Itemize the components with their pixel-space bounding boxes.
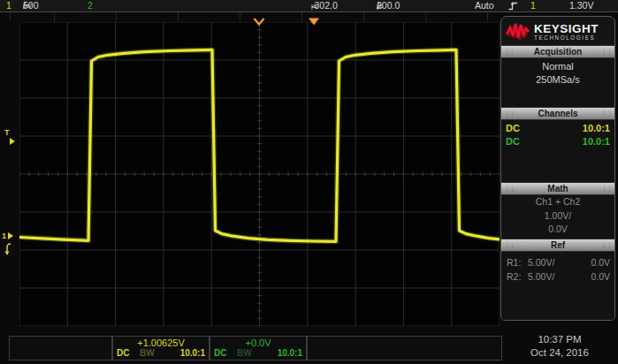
grip-icon: ⋮⋮ bbox=[601, 108, 612, 119]
ref2-label: R2: bbox=[507, 269, 521, 284]
ref2-scale: 5.00V/ bbox=[528, 269, 554, 284]
acquisition-content: Normal 250MSa/s bbox=[501, 58, 614, 107]
trigger-level-indicator[interactable]: 1.30V bbox=[569, 0, 593, 11]
acquisition-mode: Normal bbox=[501, 60, 614, 73]
brand-logo: KEYSIGHT TECHNOLOGIES bbox=[501, 17, 614, 45]
ch1-bw-limit-label: BW bbox=[140, 348, 155, 359]
date-display: Oct 24, 2016 bbox=[504, 346, 615, 360]
top-status-bar: 1 500mV/ 2 -302.0µs 200.0µs/ Auto 1 1.30… bbox=[0, 0, 618, 12]
ref1-row[interactable]: R1: 5.00V/ 0.0V bbox=[501, 255, 614, 269]
grip-icon: ⋮⋮ bbox=[504, 108, 515, 119]
ch2-coupling: DC bbox=[506, 135, 520, 148]
ch1-ground-marker-label[interactable]: 1 bbox=[2, 232, 6, 240]
per-div-slash: / bbox=[23, 0, 26, 11]
ch1-offset-value: +1.00625V bbox=[113, 337, 209, 348]
ch1-coupling: DC bbox=[506, 122, 520, 135]
ch2-probe-ratio: 10.0:1 bbox=[583, 135, 610, 148]
delay-unit: µs bbox=[311, 0, 317, 11]
math-offset: 0.0V bbox=[501, 223, 614, 237]
ch1-probe-label: 10.0:1 bbox=[180, 348, 205, 359]
brand-name: KEYSIGHT bbox=[534, 23, 599, 34]
ref1-offset: 0.0V bbox=[591, 255, 610, 269]
section-title: Ref bbox=[551, 240, 565, 250]
keysight-zigzag-icon bbox=[506, 21, 530, 42]
waveform-graticule bbox=[19, 22, 500, 326]
per-div-slash: / bbox=[377, 0, 379, 11]
section-header-ref[interactable]: ⋮⋮ Ref ⋮⋮ bbox=[501, 239, 614, 252]
grip-icon: ⋮⋮ bbox=[601, 46, 612, 57]
grip-icon: ⋮⋮ bbox=[601, 183, 612, 194]
oscilloscope-screen: 1 500mV/ 2 -302.0µs 200.0µs/ Auto 1 1.30… bbox=[0, 0, 618, 364]
grip-icon: ⋮⋮ bbox=[504, 239, 515, 251]
channels-content: DC 10.0:1 DC 10.0:1 bbox=[501, 120, 614, 182]
bottom-empty-box-left bbox=[9, 336, 112, 360]
trigger-level-marker-arrow-icon[interactable] bbox=[10, 138, 15, 145]
trigger-mode-indicator[interactable]: Auto bbox=[475, 0, 494, 11]
ch2-coupling-label: DC bbox=[214, 348, 226, 359]
channel1-waveform bbox=[19, 22, 500, 326]
grip-icon: ⋮⋮ bbox=[504, 46, 515, 57]
grip-icon: ⋮⋮ bbox=[601, 239, 612, 251]
trigger-position-marker-icon[interactable] bbox=[308, 13, 320, 29]
channel2-row[interactable]: DC 10.0:1 bbox=[501, 135, 614, 148]
ch2-offset-value: +0.0V bbox=[210, 337, 306, 348]
brand-subtitle: TECHNOLOGIES bbox=[534, 34, 599, 41]
math-content: Ch1 + Ch2 1.00V/ 0.0V bbox=[501, 195, 614, 239]
time-reference-marker-icon[interactable] bbox=[253, 13, 265, 29]
ref1-label: R1: bbox=[507, 255, 521, 269]
ch1-probe-ratio: 10.0:1 bbox=[583, 122, 610, 135]
section-title: Channels bbox=[538, 109, 577, 118]
section-title: Acquisition bbox=[534, 47, 582, 57]
ch2-number-badge[interactable]: 2 bbox=[88, 0, 93, 11]
section-header-channels[interactable]: ⋮⋮ Channels ⋮⋮ bbox=[501, 107, 614, 120]
math-scale: 1.00V/ bbox=[501, 209, 614, 224]
bottom-empty-box-right bbox=[307, 336, 502, 360]
section-header-acquisition[interactable]: ⋮⋮ Acquisition ⋮⋮ bbox=[501, 45, 614, 58]
grip-icon: ⋮⋮ bbox=[504, 183, 515, 194]
ref2-row[interactable]: R2: 5.00V/ 0.0V bbox=[501, 269, 614, 284]
ch2-status-box[interactable]: +0.0V DC BW 10.0:1 bbox=[210, 336, 307, 360]
section-header-math[interactable]: ⋮⋮ Math ⋮⋮ bbox=[501, 182, 614, 195]
ch1-coupling-label: DC bbox=[117, 348, 129, 359]
channel1-row[interactable]: DC 10.0:1 bbox=[501, 122, 614, 135]
ch2-bw-limit-label: BW bbox=[237, 348, 252, 359]
trigger-source-badge[interactable]: 1 bbox=[530, 0, 536, 11]
ref1-scale: 5.00V/ bbox=[528, 255, 554, 269]
ch1-ground-symbol-icon bbox=[4, 243, 14, 260]
ch1-number-badge[interactable]: 1 bbox=[6, 0, 11, 11]
ch1-status-box[interactable]: +1.00625V DC BW 10.0:1 bbox=[112, 336, 210, 360]
sample-rate: 250MSa/s bbox=[501, 73, 614, 87]
trigger-edge-icon bbox=[508, 1, 518, 13]
ch1-ground-marker-arrow-icon[interactable] bbox=[8, 232, 13, 239]
sidebar-panel: KEYSIGHT TECHNOLOGIES ⋮⋮ Acquisition ⋮⋮ … bbox=[500, 16, 615, 321]
trigger-level-marker-label[interactable]: T bbox=[4, 129, 10, 137]
clock: 10:37 PM Oct 24, 2016 bbox=[504, 333, 615, 360]
section-title: Math bbox=[547, 184, 568, 193]
ch2-probe-label: 10.0:1 bbox=[278, 348, 302, 359]
ref2-offset: 0.0V bbox=[591, 269, 610, 284]
math-function[interactable]: Ch1 + Ch2 bbox=[501, 195, 614, 209]
time-display: 10:37 PM bbox=[504, 333, 615, 346]
ref-content: R1: 5.00V/ 0.0V R2: 5.00V/ 0.0V bbox=[501, 252, 614, 320]
